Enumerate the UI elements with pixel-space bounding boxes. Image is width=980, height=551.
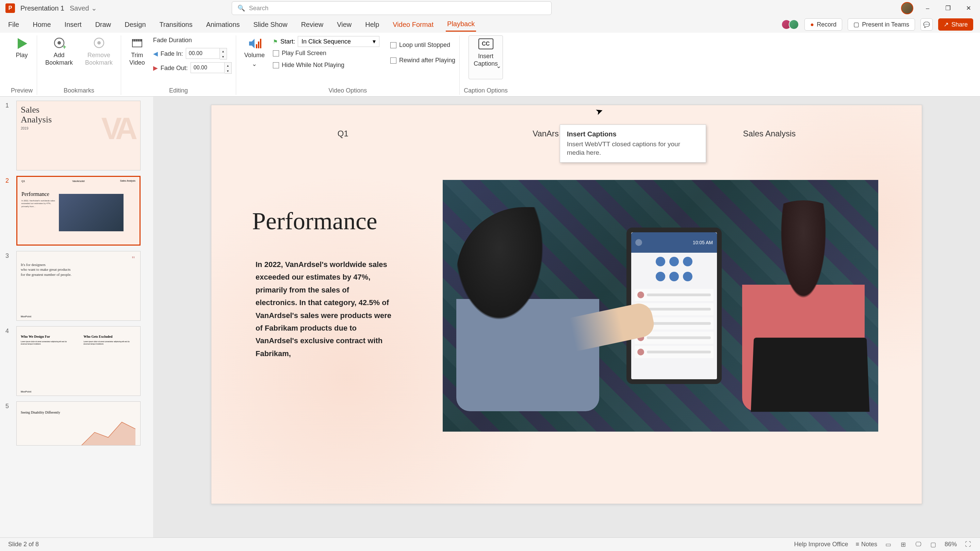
tab-animations[interactable]: Animations [205,18,241,31]
tab-file[interactable]: File [7,18,21,31]
search-input[interactable]: 🔍 Search [232,2,552,15]
minimize-button[interactable]: – [921,2,934,14]
tab-video-format[interactable]: Video Format [391,18,435,31]
play-button[interactable]: Play [11,35,33,60]
checkbox-icon [390,42,396,48]
add-bookmark-button[interactable]: + Add Bookmark [41,35,77,68]
hide-while-not-playing-checkbox[interactable]: Hide While Not Playing [273,62,379,69]
slide-thumbnail-1[interactable]: Sales Analysis 2019 VA [16,101,140,170]
trim-video-button[interactable]: Trim Video [125,35,149,68]
slide-thumbnail-panel[interactable]: 1 Sales Analysis 2019 VA 2 Q1 VanArsdel … [0,97,153,537]
thumb-col-text: Lorem ipsum dolor sit amet consectetur a… [21,340,73,345]
tab-transitions[interactable]: Transitions [158,18,194,31]
share-icon: ↗ [943,21,949,28]
tab-draw[interactable]: Draw [94,18,113,31]
fade-in-label: Fade In: [161,50,183,57]
slide-editor[interactable]: Q1 VanArs Sales Analysis Performance In … [153,97,980,537]
volume-button[interactable]: Volume ⌄ [240,35,269,69]
tab-view[interactable]: View [336,18,353,31]
ribbon-group-editing: Trim Video Fade Duration ◀ Fade In: 00.0… [121,35,236,95]
slide-thumbnail-4[interactable]: Who We Design For Lorem ipsum dolor sit … [16,326,140,396]
group-label-preview: Preview [11,87,33,95]
user-avatar[interactable] [901,2,913,14]
tab-review[interactable]: Review [300,18,325,31]
reading-view-button[interactable]: 🖵 [915,541,922,548]
notes-toggle[interactable]: ≡Notes [856,541,877,548]
close-button[interactable]: ✕ [962,2,975,14]
tab-slideshow[interactable]: Slide Show [252,18,289,31]
play-full-screen-checkbox[interactable]: Play Full Screen [273,50,379,57]
spinner-up[interactable]: ▴ [224,63,231,68]
tab-insert[interactable]: Insert [63,18,83,31]
group-label-video-options: Video Options [329,87,367,95]
slide-q-label: Q1 [337,129,348,138]
collaborator-avatar [789,19,799,30]
fade-duration-label: Fade Duration [153,37,232,44]
autosave-status[interactable]: Saved ⌄ [70,4,97,12]
document-title: Presentation 1 [21,5,64,12]
trim-icon [130,37,144,50]
ribbon: Play Preview + Add Bookmark Remove Bookm… [0,33,980,97]
thumb-right-label: Sales Analysis [120,179,135,182]
title-bar: P Presentation 1 Saved ⌄ 🔍 Search – ❐ ✕ [0,0,980,16]
slide-body-text[interactable]: In 2022, VanArdsel's worldwide sales exc… [256,258,392,360]
slide-thumbnail-2[interactable]: Q1 VanArsdel Sales Analysis Performance … [16,176,140,246]
spinner-up[interactable]: ▴ [220,48,227,54]
svg-rect-13 [256,44,257,48]
quote-icon: " [132,255,135,264]
svg-marker-12 [249,39,255,48]
tab-design[interactable]: Design [123,18,147,31]
slide-sorter-view-button[interactable]: ⊞ [900,541,907,548]
slide-thumbnail-5[interactable]: Seeing Disability Differently [16,401,140,446]
tab-playback[interactable]: Playback [446,17,476,32]
spinner-down[interactable]: ▾ [220,54,227,59]
slide-number: 2 [5,176,12,184]
svg-rect-14 [258,41,259,48]
tab-home[interactable]: Home [31,18,52,31]
share-button[interactable]: ↗ Share [938,18,973,30]
slide-right-label: Sales Analysis [743,129,796,138]
fade-in-input[interactable]: 00.00 [186,48,220,59]
normal-view-button[interactable]: ▭ [885,541,892,548]
comment-icon: 💬 [923,21,930,28]
slide-counter[interactable]: Slide 2 of 8 [8,541,39,548]
comments-button[interactable]: 💬 [920,18,933,30]
group-label-bookmarks: Bookmarks [64,87,94,95]
notes-icon: ≡ [856,541,859,548]
checkbox-icon [273,62,279,68]
present-in-teams-button[interactable]: ▢ Present in Teams [848,18,915,30]
slide-number: 3 [5,251,12,259]
slideshow-view-button[interactable]: ▢ [930,541,937,548]
collaborator-avatars[interactable] [781,19,799,30]
help-improve-link[interactable]: Help Improve Office [794,541,848,548]
thumb-footer: MeePoint [21,315,31,318]
thumb-chart-preview [81,412,135,446]
slide-video-placeholder[interactable]: 10:05 AM [443,180,878,432]
tab-help[interactable]: Help [364,18,380,31]
checkbox-icon [273,50,279,56]
play-icon [15,37,29,50]
loop-until-stopped-checkbox[interactable]: Loop until Stopped [390,41,455,49]
fade-out-input[interactable]: 00.00 [191,62,224,73]
rewind-after-playing-checkbox[interactable]: Rewind after Playing [390,57,455,64]
slide-number: 5 [5,401,12,410]
thumb-title: Performance [21,191,56,197]
chevron-down-icon: ▾ [372,38,375,45]
zoom-level[interactable]: 86% [945,541,957,548]
restore-button[interactable]: ❐ [942,2,954,14]
ribbon-tabs: File Home Insert Draw Design Transitions… [0,16,980,33]
insert-captions-button[interactable]: CC Insert Captions ⌄ [469,35,503,79]
slide-mid-label: VanArs [533,129,559,138]
main-workspace: 1 Sales Analysis 2019 VA 2 Q1 VanArsdel … [0,97,980,537]
slide-canvas[interactable]: Q1 VanArs Sales Analysis Performance In … [211,105,922,504]
thumb-video-preview [59,194,124,231]
fit-to-window-button[interactable]: ⛶ [964,541,972,548]
record-button[interactable]: ● Record [804,18,842,30]
chevron-down-icon: ⌄ [496,63,501,70]
slide-thumbnail-3[interactable]: " It's for designers who want to make gr… [16,251,140,321]
svg-point-5 [97,41,101,44]
spinner-down[interactable]: ▾ [224,68,231,73]
ribbon-group-caption-options: CC Insert Captions ⌄ Caption Options [460,35,512,95]
slide-title-text[interactable]: Performance [252,207,377,235]
start-dropdown[interactable]: In Click Sequence ▾ [298,36,379,47]
